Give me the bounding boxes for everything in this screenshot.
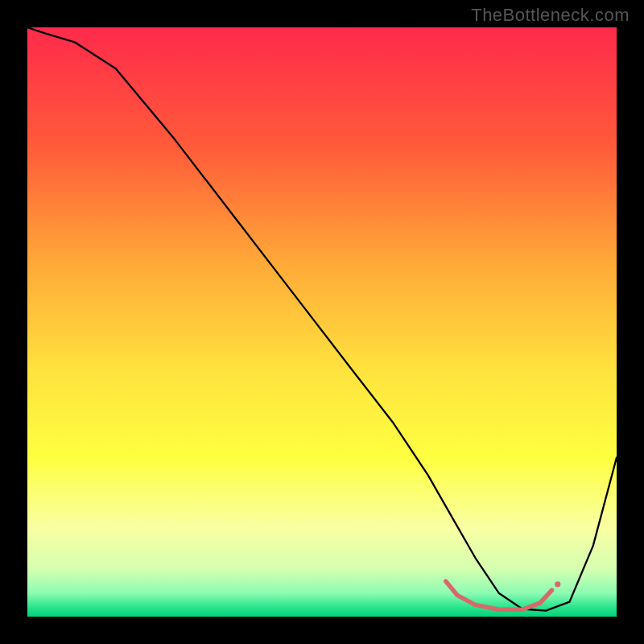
chart-canvas — [27, 27, 617, 617]
marker-layer — [555, 581, 560, 587]
plot-area — [27, 27, 617, 617]
highlight-dot — [555, 581, 560, 587]
watermark-text: TheBottleneck.com — [471, 5, 630, 26]
gradient-background — [27, 27, 617, 617]
